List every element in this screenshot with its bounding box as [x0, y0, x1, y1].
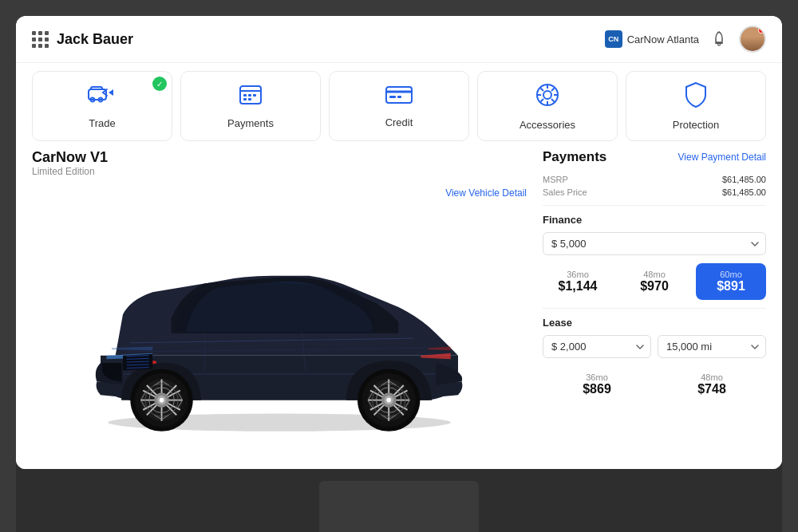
- divider-finance: [543, 205, 766, 206]
- sales-price-label: Sales Price: [543, 187, 587, 197]
- lease-options-row: 36mo $869 48mo $748: [543, 366, 766, 403]
- header: Jack Bauer CN CarNow Atlanta: [16, 16, 782, 63]
- app-title: Jack Bauer: [57, 31, 133, 48]
- svg-rect-6: [248, 94, 251, 97]
- finance-option-48mo[interactable]: 48mo $970: [619, 263, 689, 300]
- svg-point-38: [160, 398, 164, 403]
- view-vehicle-detail: View Vehicle Detail: [32, 185, 527, 199]
- sales-price-row: Sales Price $61,485.00: [543, 187, 766, 197]
- finance-36mo-term: 36mo: [546, 270, 610, 279]
- nav-tabs: ✓ Trade: [16, 63, 782, 149]
- svg-rect-9: [248, 98, 251, 100]
- svg-line-23: [541, 99, 544, 102]
- dealership-name: CarNow Atlanta: [627, 33, 699, 45]
- svg-rect-8: [243, 98, 247, 100]
- finance-options-row: 36mo $1,144 48mo $970 60mo $891: [543, 263, 766, 300]
- svg-point-15: [543, 91, 551, 99]
- svg-line-22: [551, 89, 555, 92]
- lease-title: Lease: [543, 317, 766, 329]
- svg-rect-12: [389, 96, 396, 98]
- lease-mileage-select[interactable]: 15,000 mi: [658, 335, 766, 358]
- vehicle-info: CarNow V1 Limited Edition: [32, 149, 527, 177]
- bottom-device: [319, 481, 479, 532]
- protection-icon: [684, 81, 708, 114]
- divider-lease: [543, 308, 766, 309]
- svg-rect-7: [253, 94, 256, 97]
- app-wrapper: Jack Bauer CN CarNow Atlanta: [16, 16, 782, 532]
- payments-icon: [238, 83, 263, 112]
- finance-60mo-amount: $891: [699, 279, 763, 294]
- payments-header: Payments View Payment Detail: [543, 149, 766, 165]
- avatar[interactable]: [739, 26, 766, 53]
- finance-down-payment-select[interactable]: $ 5,000: [543, 232, 766, 255]
- finance-option-36mo[interactable]: 36mo $1,144: [543, 263, 613, 300]
- grid-menu-icon[interactable]: [32, 31, 49, 48]
- msrp-row: MSRP $61,485.00: [543, 175, 766, 184]
- tab-protection-label: Protection: [673, 119, 720, 131]
- svg-rect-13: [397, 96, 401, 98]
- vehicle-edition: Limited Edition: [32, 166, 527, 177]
- notification-dot: [758, 27, 764, 33]
- header-left: Jack Bauer: [32, 31, 133, 48]
- lease-option-36mo[interactable]: 36mo $869: [543, 366, 651, 403]
- finance-title: Finance: [543, 214, 766, 226]
- sales-price-value: $61,485.00: [722, 187, 766, 197]
- lease-36mo-amount: $869: [546, 382, 648, 396]
- app-card: Jack Bauer CN CarNow Atlanta: [16, 16, 782, 469]
- credit-icon: [385, 84, 413, 112]
- car-image: G: [56, 218, 503, 441]
- lease-option-48mo[interactable]: 48mo $748: [658, 366, 766, 403]
- view-vehicle-detail-link[interactable]: View Vehicle Detail: [445, 187, 527, 199]
- lease-down-payment-select[interactable]: $ 2,000: [543, 335, 651, 358]
- dealership-badge: CN CarNow Atlanta: [605, 30, 699, 48]
- payments-title: Payments: [543, 149, 606, 165]
- msrp-value: $61,485.00: [722, 175, 766, 184]
- tab-payments[interactable]: Payments: [180, 71, 321, 141]
- check-badge-trade: ✓: [152, 77, 167, 91]
- svg-rect-10: [386, 87, 412, 103]
- finance-48mo-term: 48mo: [622, 270, 686, 279]
- tab-protection[interactable]: Protection: [626, 71, 766, 141]
- tab-payments-label: Payments: [227, 117, 274, 129]
- finance-60mo-term: 60mo: [699, 270, 763, 279]
- svg-rect-5: [243, 94, 247, 97]
- finance-dropdown-row: $ 5,000: [543, 232, 766, 255]
- vehicle-name: CarNow V1: [32, 149, 527, 166]
- lease-dropdown-row: $ 2,000 15,000 mi: [543, 335, 766, 358]
- notification-bell-icon[interactable]: [710, 30, 728, 48]
- bottom-bar: [16, 469, 782, 532]
- dealership-logo: CN: [605, 30, 622, 48]
- finance-option-60mo[interactable]: 60mo $891: [696, 263, 766, 300]
- lease-48mo-term: 48mo: [661, 372, 763, 382]
- svg-point-60: [386, 398, 391, 403]
- tab-trade-label: Trade: [89, 117, 115, 129]
- view-payment-detail-link[interactable]: View Payment Detail: [678, 152, 767, 163]
- main-content: CarNow V1 Limited Edition View Vehicle D…: [16, 149, 782, 469]
- lease-48mo-amount: $748: [661, 382, 763, 396]
- svg-line-20: [541, 89, 544, 92]
- svg-line-21: [551, 99, 555, 102]
- lease-36mo-term: 36mo: [546, 372, 648, 382]
- tab-credit-label: Credit: [385, 116, 413, 128]
- msrp-label: MSRP: [543, 175, 568, 184]
- tab-trade[interactable]: ✓ Trade: [32, 71, 172, 141]
- trade-icon: [87, 83, 117, 112]
- tab-accessories[interactable]: Accessories: [477, 71, 618, 141]
- vehicle-section: CarNow V1 Limited Edition View Vehicle D…: [32, 149, 527, 453]
- payments-section: Payments View Payment Detail MSRP $61,48…: [543, 149, 766, 453]
- finance-48mo-amount: $970: [622, 279, 686, 294]
- vehicle-image-container: G: [32, 206, 527, 453]
- tab-accessories-label: Accessories: [519, 119, 575, 131]
- tab-credit[interactable]: Credit: [329, 71, 469, 141]
- finance-36mo-amount: $1,144: [546, 279, 610, 294]
- header-right: CN CarNow Atlanta: [605, 26, 766, 53]
- accessories-icon: [534, 81, 561, 114]
